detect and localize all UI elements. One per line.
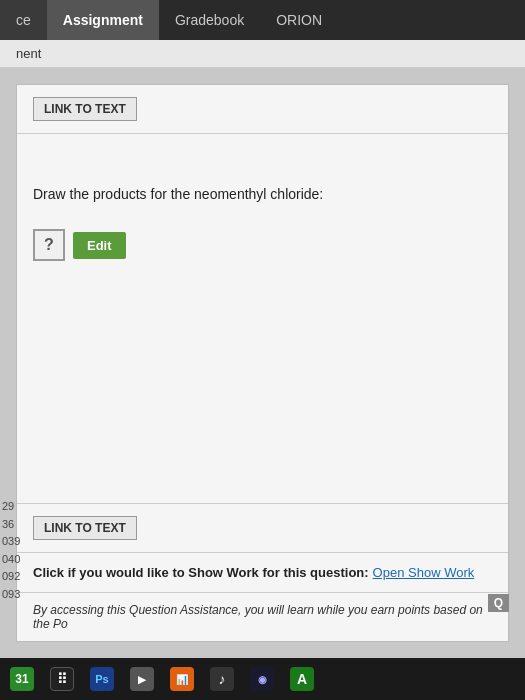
side-num-039: 039 (2, 533, 20, 551)
show-work-label: Click if you would like to Show Work for… (33, 565, 369, 580)
question-mark-box: ? (33, 229, 65, 261)
taskbar-music[interactable]: ♪ (204, 662, 240, 696)
link-to-text-section-2: LINK TO TEXT (17, 503, 508, 553)
apps-icon: ⠿ (50, 667, 74, 691)
nav-bar: ce Assignment Gradebook ORION (0, 0, 525, 40)
question-mark-symbol: ? (44, 236, 54, 254)
side-num-092: 092 (2, 568, 20, 586)
q-indicator: Q (488, 594, 509, 612)
taskbar-chart[interactable]: 📊 (164, 662, 200, 696)
player-icon: ▶ (130, 667, 154, 691)
side-num-36: 36 (2, 516, 20, 534)
link-to-text-button-2[interactable]: LINK TO TEXT (33, 516, 137, 540)
photoshop-icon: Ps (90, 667, 114, 691)
sub-header-label: nent (16, 46, 41, 61)
main-content: 29 36 039 040 092 093 LINK TO TEXT Draw … (0, 68, 525, 658)
nav-label-gradebook: Gradebook (175, 12, 244, 28)
taskbar-calendar[interactable]: 31 (4, 662, 40, 696)
side-num-040: 040 (2, 551, 20, 569)
nav-item-assignment[interactable]: Assignment (47, 0, 159, 40)
side-numbers: 29 36 039 040 092 093 (0, 498, 20, 604)
link-to-text-button-1[interactable]: LINK TO TEXT (33, 97, 137, 121)
bottom-note-text: By accessing this Question Assistance, y… (33, 603, 483, 631)
record-icon: ◉ (250, 667, 274, 691)
calendar-icon: 31 (10, 667, 34, 691)
spacer-area (17, 134, 508, 164)
chart-icon: 📊 (170, 667, 194, 691)
music-icon: ♪ (210, 667, 234, 691)
taskbar-photoshop[interactable]: Ps (84, 662, 120, 696)
q-label: Q (494, 596, 503, 610)
sub-header: nent (0, 40, 525, 68)
taskbar-record[interactable]: ◉ (244, 662, 280, 696)
show-work-section: Click if you would like to Show Work for… (17, 553, 508, 593)
open-show-work-link[interactable]: Open Show Work (373, 565, 475, 580)
link-to-text-section-1: LINK TO TEXT (17, 85, 508, 134)
taskbar: 31 ⠿ Ps ▶ 📊 ♪ ◉ A (0, 658, 525, 700)
nav-label-orion: ORION (276, 12, 322, 28)
taskbar-player[interactable]: ▶ (124, 662, 160, 696)
question-text: Draw the products for the neomenthyl chl… (33, 184, 492, 205)
bottom-note: By accessing this Question Assistance, y… (17, 593, 508, 641)
nav-item-orion[interactable]: ORION (260, 0, 338, 40)
nav-item-ce[interactable]: ce (0, 0, 47, 40)
question-area: Draw the products for the neomenthyl chl… (17, 164, 508, 503)
side-num-29: 29 (2, 498, 20, 516)
taskbar-apps[interactable]: ⠿ (44, 662, 80, 696)
a-app-icon: A (290, 667, 314, 691)
edit-button[interactable]: Edit (73, 232, 126, 259)
nav-item-gradebook[interactable]: Gradebook (159, 0, 260, 40)
nav-label-assignment: Assignment (63, 12, 143, 28)
side-num-093: 093 (2, 586, 20, 604)
nav-label-ce: ce (16, 12, 31, 28)
drawing-controls: ? Edit (33, 229, 492, 261)
taskbar-a-app[interactable]: A (284, 662, 320, 696)
content-card: LINK TO TEXT Draw the products for the n… (16, 84, 509, 642)
